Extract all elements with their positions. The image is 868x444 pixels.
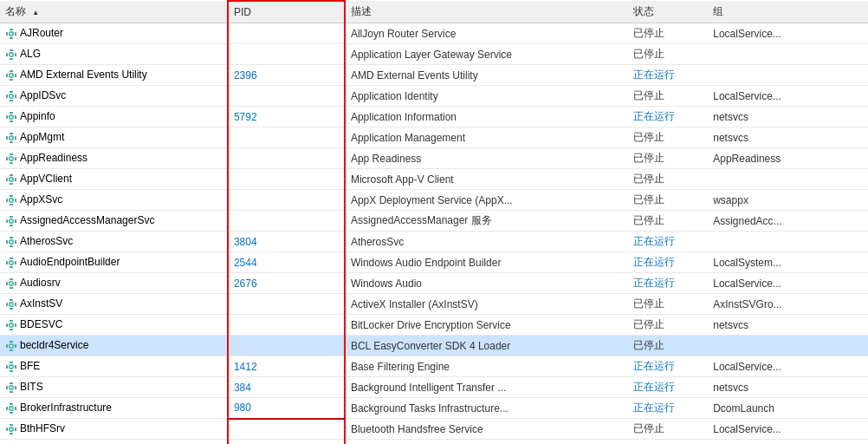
cell-desc: Application Management xyxy=(345,127,628,148)
table-row[interactable]: Audiosrv2676Windows Audio正在运行LocalServic… xyxy=(0,273,868,294)
cell-status: 已停止 xyxy=(628,44,708,65)
table-row[interactable]: bthserv蓝牙支持服务已停止LocalService xyxy=(0,440,868,445)
svg-rect-37 xyxy=(10,162,13,164)
cell-name: bthserv xyxy=(0,440,228,445)
svg-rect-27 xyxy=(15,115,16,119)
svg-rect-80 xyxy=(6,303,8,306)
table-row[interactable]: AMD External Events Utility2396AMD Exter… xyxy=(0,65,868,86)
svg-rect-93 xyxy=(15,344,16,348)
table-row[interactable]: AppIDSvcApplication Identity已停止LocalServ… xyxy=(0,86,868,107)
table-row[interactable]: AtherosSvc3804AtherosSvc正在运行 xyxy=(0,232,868,252)
table-row[interactable]: BDESVCBitLocker Drive Encryption Service… xyxy=(0,315,868,336)
svg-rect-15 xyxy=(15,74,16,77)
cell-desc: App Readiness xyxy=(345,148,628,169)
service-icon xyxy=(5,194,17,206)
svg-rect-87 xyxy=(15,323,16,327)
table-row[interactable]: AssignedAccessManagerSvcAssignedAccessMa… xyxy=(0,211,868,232)
table-row[interactable]: becldr4ServiceBCL EasyConverter SDK 4 Lo… xyxy=(0,336,868,356)
col-header-group[interactable]: 组 xyxy=(708,1,868,23)
service-name-text: BITS xyxy=(20,381,43,393)
table-row[interactable]: AppXSvcAppX Deployment Service (AppX...已… xyxy=(0,190,868,211)
cell-group: netsvcs xyxy=(708,127,868,148)
svg-rect-55 xyxy=(10,225,13,226)
svg-rect-84 xyxy=(10,320,13,322)
table-row[interactable]: BFE1412Base Filtering Engine正在运行LocalSer… xyxy=(0,356,868,377)
svg-rect-7 xyxy=(10,58,13,60)
cell-desc: Microsoft App-V Client xyxy=(345,169,628,190)
cell-name: BFE xyxy=(0,356,228,377)
gear-icon xyxy=(5,153,17,165)
cell-pid: 5792 xyxy=(228,107,345,127)
service-icon xyxy=(5,278,17,290)
col-header-desc[interactable]: 描述 xyxy=(345,1,628,23)
cell-status: 已停止 xyxy=(628,190,708,211)
svg-point-47 xyxy=(10,178,13,180)
col-header-name[interactable]: 名称 ▲ xyxy=(0,1,228,23)
service-name-text: AMD External Events Utility xyxy=(20,69,147,81)
cell-pid xyxy=(228,23,345,44)
table-row[interactable]: AppReadinessApp Readiness已停止AppReadiness xyxy=(0,148,868,169)
svg-point-41 xyxy=(10,157,13,160)
svg-rect-18 xyxy=(10,91,13,93)
cell-status: 正在运行 xyxy=(628,232,708,252)
svg-rect-12 xyxy=(10,70,13,72)
col-header-pid[interactable]: PID xyxy=(228,1,345,23)
table-row[interactable]: AxInstSVActiveX Installer (AxInstSV)已停止A… xyxy=(0,294,868,315)
svg-rect-50 xyxy=(6,199,8,202)
service-icon xyxy=(5,111,17,123)
svg-rect-78 xyxy=(10,299,13,301)
table-row[interactable]: BthHFSrvBluetooth Handsfree Service已停止Lo… xyxy=(0,419,868,440)
table-row[interactable]: AppMgmtApplication Management已停止netsvcs xyxy=(0,127,868,148)
cell-group xyxy=(708,44,868,65)
service-name-text: Audiosrv xyxy=(20,277,61,289)
cell-group: LocalService xyxy=(708,440,868,445)
svg-rect-99 xyxy=(15,365,16,369)
table-row[interactable]: AJRouterAllJoyn Router Service已停止LocalSe… xyxy=(0,23,868,44)
svg-point-89 xyxy=(10,323,13,326)
col-header-status[interactable]: 状态 xyxy=(628,1,708,23)
services-table-container: 名称 ▲ PID 描述 状态 组 xyxy=(0,0,868,444)
svg-rect-54 xyxy=(10,216,13,218)
svg-rect-111 xyxy=(15,407,16,410)
gear-icon xyxy=(5,361,17,373)
table-row[interactable]: AudioEndpointBuilder2544Windows Audio En… xyxy=(0,252,868,273)
service-name-text: BthHFSrv xyxy=(20,422,65,434)
cell-group: LocalService... xyxy=(708,356,868,377)
svg-point-53 xyxy=(10,199,13,201)
table-row[interactable]: BrokerInfrastructure980Background Tasks … xyxy=(0,398,868,419)
table-row[interactable]: ALGApplication Layer Gateway Service已停止 xyxy=(0,44,868,65)
svg-rect-109 xyxy=(10,412,13,414)
sort-arrow-icon: ▲ xyxy=(32,9,39,16)
cell-group: wsappx xyxy=(708,190,868,211)
cell-name: AppReadiness xyxy=(0,148,228,169)
cell-group xyxy=(708,232,868,252)
service-icon xyxy=(5,173,17,186)
svg-rect-91 xyxy=(10,349,13,351)
svg-rect-32 xyxy=(6,136,8,140)
svg-rect-6 xyxy=(10,49,13,51)
cell-group: AxInstSVGro... xyxy=(708,294,868,315)
table-row[interactable]: AppVClientMicrosoft App-V Client已停止 xyxy=(0,169,868,190)
cell-desc: AtherosSvc xyxy=(345,232,628,252)
service-name-text: AppXSvc xyxy=(20,193,62,206)
svg-rect-1 xyxy=(10,37,13,39)
cell-group: LocalService... xyxy=(708,23,868,44)
cell-group: netsvcs xyxy=(708,107,868,127)
table-row[interactable]: BITS384Background Intelligent Transfer .… xyxy=(0,377,868,398)
cell-name: becldr4Service xyxy=(0,336,228,356)
cell-name: AMD External Events Utility xyxy=(0,65,228,86)
cell-status: 已停止 xyxy=(628,127,708,148)
service-icon xyxy=(5,69,17,82)
gear-icon xyxy=(5,111,17,123)
svg-rect-63 xyxy=(15,240,16,244)
svg-rect-105 xyxy=(15,386,16,389)
cell-name: AJRouter xyxy=(0,23,228,44)
svg-rect-20 xyxy=(6,95,8,98)
svg-rect-98 xyxy=(6,365,8,369)
cell-status: 正在运行 xyxy=(628,107,708,127)
table-row[interactable]: Appinfo5792Application Information正在运行ne… xyxy=(0,107,868,127)
svg-point-29 xyxy=(10,115,13,118)
svg-rect-3 xyxy=(15,32,16,36)
cell-pid xyxy=(228,294,345,315)
svg-rect-114 xyxy=(10,424,13,426)
